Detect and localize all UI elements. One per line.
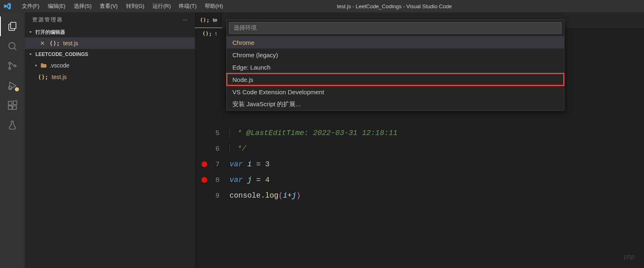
file-item[interactable]: (); test.js <box>25 71 195 83</box>
chevron-down-icon <box>28 30 34 35</box>
line-number: 5 <box>195 129 228 137</box>
sidebar-title: 资源管理器 <box>32 16 183 23</box>
js-file-icon: (); <box>38 74 48 80</box>
menubar: 文件(F) 编辑(E) 选择(S) 查看(V) 转到(G) 运行(R) 终端(T… <box>18 1 227 12</box>
close-icon[interactable] <box>40 40 45 46</box>
env-option-edge-launch[interactable]: Edge: Launch <box>227 61 564 73</box>
open-editors-label: 打开的编辑器 <box>35 29 65 36</box>
menu-go[interactable]: 转到(G) <box>122 1 149 12</box>
line-number: 7 <box>195 161 228 168</box>
folder-label: .vscode <box>49 62 69 69</box>
watermark: php <box>624 253 635 261</box>
run-debug-icon[interactable] <box>0 76 25 96</box>
env-option-vscode-ext[interactable]: VS Code Extension Development <box>227 86 564 98</box>
menu-help[interactable]: 帮助(H) <box>201 1 227 12</box>
code-comment: */ <box>229 144 246 153</box>
svg-point-4 <box>14 65 16 67</box>
env-option-nodejs[interactable]: Node.js <box>227 73 564 86</box>
breadcrumb-label: t <box>215 30 217 37</box>
project-label: LEETCODE_CODINGS <box>35 51 88 57</box>
environment-list: Chrome Chrome (legacy) Edge: Launch Node… <box>227 36 564 110</box>
activity-bar <box>0 12 25 268</box>
svg-rect-0 <box>11 22 16 28</box>
vscode-logo-icon <box>3 2 18 10</box>
chevron-down-icon <box>28 52 34 57</box>
code-line: 8 var j = 4 <box>195 172 644 188</box>
testing-icon[interactable] <box>0 115 25 135</box>
folder-icon <box>40 63 47 68</box>
environment-picker: 选择环境 Chrome Chrome (legacy) Edge: Launch… <box>226 19 564 111</box>
open-editor-item[interactable]: (); test.js <box>25 37 195 49</box>
svg-rect-7 <box>8 106 12 110</box>
titlebar: 文件(F) 编辑(E) 选择(S) 查看(V) 转到(G) 运行(R) 终端(T… <box>0 0 644 12</box>
svg-rect-9 <box>13 101 17 105</box>
window-title: test.js - LeetCode_Codings - Visual Stud… <box>227 3 644 9</box>
env-option-chrome-legacy[interactable]: Chrome (legacy) <box>227 49 564 61</box>
breakpoint-icon[interactable] <box>201 177 207 183</box>
more-actions-icon[interactable]: ··· <box>183 16 187 23</box>
js-file-icon: (); <box>49 40 60 47</box>
explorer-icon[interactable] <box>0 16 25 36</box>
svg-rect-6 <box>8 101 12 105</box>
js-file-icon: (); <box>202 30 212 37</box>
sidebar: 资源管理器 ··· 打开的编辑器 (); test.js LEETCODE_CO… <box>25 12 195 268</box>
open-editor-label: test.js <box>63 40 78 47</box>
menu-file[interactable]: 文件(F) <box>18 1 44 12</box>
sidebar-header: 资源管理器 ··· <box>25 12 195 27</box>
line-number: 8 <box>195 176 228 184</box>
chevron-right-icon <box>34 63 40 68</box>
svg-point-2 <box>9 62 11 64</box>
input-placeholder: 选择环境 <box>234 24 257 32</box>
js-file-icon: (); <box>200 17 209 23</box>
svg-rect-8 <box>13 106 16 110</box>
env-option-chrome[interactable]: Chrome <box>227 36 564 49</box>
menu-view[interactable]: 查看(V) <box>96 1 122 12</box>
code-line: 5 * @LastEditTime: 2022-03-31 12:18:11 <box>195 125 644 141</box>
code-line: 6 */ <box>195 141 644 156</box>
code-comment: * @LastEditTime: 2022-03-31 12:18:11 <box>229 129 398 137</box>
editor-tab-active[interactable]: (); te <box>195 12 222 28</box>
breakpoint-icon[interactable] <box>201 161 207 167</box>
code-line: 7 var i = 3 <box>195 156 644 172</box>
menu-terminal[interactable]: 终端(T) <box>175 1 201 12</box>
tab-label: te <box>213 17 217 23</box>
folder-item[interactable]: .vscode <box>25 60 195 71</box>
menu-selection[interactable]: 选择(S) <box>70 1 96 12</box>
menu-edit[interactable]: 编辑(E) <box>44 1 70 12</box>
code-line: 9 console.log(i+j) <box>195 188 644 203</box>
source-control-icon[interactable] <box>0 56 25 76</box>
svg-point-3 <box>9 68 11 70</box>
line-number: 9 <box>195 192 228 200</box>
debug-badge-icon <box>14 86 20 92</box>
file-label: test.js <box>52 74 67 80</box>
env-option-install-js-ext[interactable]: 安装 JavaScript 的扩展... <box>227 98 564 110</box>
line-number: 6 <box>195 145 228 153</box>
environment-input[interactable]: 选择环境 <box>229 22 562 34</box>
search-icon[interactable] <box>0 36 25 56</box>
open-editors-section[interactable]: 打开的编辑器 <box>25 27 195 37</box>
svg-point-1 <box>9 42 15 49</box>
project-section[interactable]: LEETCODE_CODINGS <box>25 49 195 60</box>
menu-run[interactable]: 运行(R) <box>148 1 175 12</box>
extensions-icon[interactable] <box>0 96 25 115</box>
